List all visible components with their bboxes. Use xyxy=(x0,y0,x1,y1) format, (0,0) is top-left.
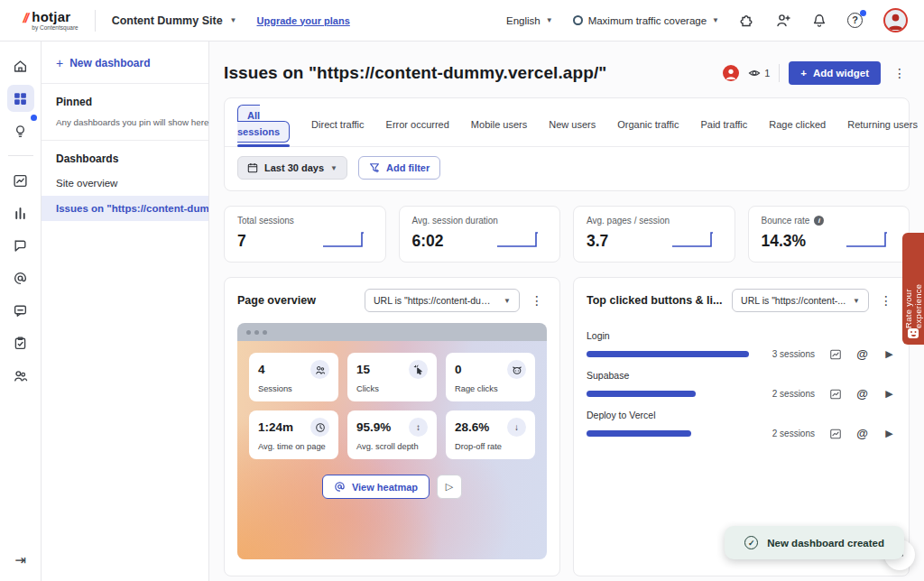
journeys-icon[interactable] xyxy=(7,232,34,259)
sparkline xyxy=(670,229,722,251)
add-filter-button[interactable]: Add filter xyxy=(358,156,440,180)
integrations-puzzle-icon[interactable] xyxy=(739,13,755,29)
plus-icon: + xyxy=(56,56,63,70)
tab-rage-clicked[interactable]: Rage clicked xyxy=(769,114,826,140)
dashboard-menu-kebab[interactable]: ⋮ xyxy=(890,66,910,80)
language-value: English xyxy=(506,15,541,26)
page-title: Issues on "https://content-dummy.vercel.… xyxy=(224,63,606,83)
main-content: Issues on "https://content-dummy.vercel.… xyxy=(209,42,924,581)
metric-bounce-rate[interactable]: Bounce rate i 14.3% xyxy=(748,206,910,263)
feedback-icon[interactable] xyxy=(7,297,34,324)
rate-experience-tab[interactable]: Rate your experience xyxy=(902,233,924,345)
element-label: Deploy to Vercel xyxy=(587,410,896,420)
heatmap-icon[interactable]: @ xyxy=(855,387,869,401)
stat-rage-clicks: 0 Rage clicks xyxy=(446,353,535,401)
tab-error-occurred[interactable]: Error occurred xyxy=(386,114,449,140)
people-icon xyxy=(310,360,329,379)
collapse-sidebar-icon[interactable]: ⇥ xyxy=(14,552,26,568)
top-clicked-url-dropdown[interactable]: URL is "https://content-... ▼ xyxy=(732,289,869,312)
tab-new-users[interactable]: New users xyxy=(549,114,596,140)
metric-label: Avg. session duration xyxy=(412,216,498,226)
surveys-icon[interactable] xyxy=(7,329,34,356)
invite-user-icon[interactable] xyxy=(775,13,791,29)
metric-pages-per-session[interactable]: Avg. pages / session 3.7 xyxy=(573,206,735,263)
tab-mobile-users[interactable]: Mobile users xyxy=(471,114,527,140)
stat-label: Avg. scroll depth xyxy=(356,442,428,451)
widget-menu-kebab[interactable]: ⋮ xyxy=(876,293,896,308)
site-selector-dropdown[interactable]: Content Dummy Site ▼ xyxy=(112,14,237,27)
trends-chart-icon[interactable] xyxy=(7,167,34,194)
heatmaps-icon[interactable] xyxy=(7,264,34,291)
notifications-bell-icon[interactable] xyxy=(811,13,827,29)
stat-label: Sessions xyxy=(258,384,329,393)
metric-total-sessions[interactable]: Total sessions 7 xyxy=(224,206,386,263)
trends-chart-icon[interactable] xyxy=(828,427,842,440)
tab-direct-traffic[interactable]: Direct traffic xyxy=(311,114,364,140)
chevron-down-icon: ▼ xyxy=(546,16,553,24)
window-dot xyxy=(246,330,251,335)
date-range-value: Last 30 days xyxy=(264,162,324,173)
sidebar-item-issues-dashboard[interactable]: Issues on "https://content-dummy... xyxy=(42,196,208,221)
user-avatar[interactable] xyxy=(883,8,908,32)
add-widget-button[interactable]: + Add widget xyxy=(789,61,881,85)
widget-menu-kebab[interactable]: ⋮ xyxy=(527,293,547,308)
trends-chart-icon[interactable] xyxy=(828,387,842,401)
language-dropdown[interactable]: English ▼ xyxy=(506,15,553,26)
upgrade-plans-link[interactable]: Upgrade your plans xyxy=(257,15,350,26)
divider xyxy=(95,10,96,32)
browser-chrome-bar xyxy=(237,323,547,341)
element-label: Login xyxy=(587,330,896,341)
divider xyxy=(8,155,33,156)
rate-experience-label: Rate your experience xyxy=(903,242,923,328)
play-recording-icon[interactable]: ▶ xyxy=(882,347,896,361)
sessions-count: 2 sessions xyxy=(772,429,815,438)
help-icon[interactable]: ? xyxy=(847,13,864,29)
metric-session-duration[interactable]: Avg. session duration 6:02 xyxy=(399,206,561,263)
chevron-down-icon: ▼ xyxy=(230,16,237,24)
sidebar-item-site-overview[interactable]: Site overview xyxy=(42,171,208,196)
traffic-coverage-dropdown[interactable]: Maximum traffic coverage ▼ xyxy=(573,15,719,26)
heatmap-icon[interactable]: @ xyxy=(855,427,869,440)
new-dashboard-button[interactable]: + New dashboard xyxy=(42,42,208,83)
insights-bulb-icon[interactable] xyxy=(7,117,34,144)
segment-tabs: All sessions Direct traffic Error occurr… xyxy=(225,98,909,147)
url-filter-value: URL is "https://content-dum... xyxy=(374,295,496,306)
viewer-count: 1 xyxy=(748,67,770,79)
trends-chart-icon[interactable] xyxy=(828,347,842,361)
date-range-dropdown[interactable]: Last 30 days ▼ xyxy=(237,156,347,180)
interviews-people-icon[interactable] xyxy=(7,362,34,389)
heatmap-icon xyxy=(334,481,346,493)
toast-notification[interactable]: ✓ New dashboard created xyxy=(725,526,904,559)
stat-value: 28.6% xyxy=(455,420,489,434)
metric-label: Total sessions xyxy=(237,216,294,226)
dashboards-icon[interactable] xyxy=(7,85,34,112)
heatmap-icon[interactable]: @ xyxy=(855,347,869,361)
stat-value: 95.9% xyxy=(356,420,391,434)
metric-value: 3.7 xyxy=(587,232,608,251)
metric-label: Avg. pages / session xyxy=(587,216,670,226)
tab-all-sessions[interactable]: All sessions xyxy=(237,105,290,143)
logo-name: hotjar xyxy=(32,10,78,23)
info-icon[interactable]: i xyxy=(814,216,824,226)
funnels-icon[interactable] xyxy=(7,199,34,226)
tab-returning-users[interactable]: Returning users xyxy=(847,114,918,140)
play-recording-icon[interactable]: ▶ xyxy=(882,387,896,401)
dashboard-sidebar: + New dashboard Pinned Any dashboards yo… xyxy=(42,42,209,581)
metric-value: 6:02 xyxy=(412,232,444,251)
sessions-bar xyxy=(587,351,749,357)
tab-paid-traffic[interactable]: Paid traffic xyxy=(700,114,747,140)
play-recording-icon[interactable]: ▶ xyxy=(882,427,896,440)
filter-card: All sessions Direct traffic Error occurr… xyxy=(224,97,910,191)
divider xyxy=(779,64,780,82)
hotjar-logo[interactable]: // hotjar by Contentsquare xyxy=(23,10,79,32)
view-heatmap-button[interactable]: View heatmap xyxy=(322,475,430,499)
scroll-depth-icon: ↕ xyxy=(409,418,428,437)
play-recording-button[interactable]: ▷ xyxy=(437,475,462,499)
metric-cards: Total sessions 7 Avg. session duration 6… xyxy=(224,206,910,263)
home-icon[interactable] xyxy=(7,52,34,79)
notification-dot xyxy=(31,115,37,121)
cursor-click-icon xyxy=(409,360,428,379)
tab-organic-traffic[interactable]: Organic traffic xyxy=(617,114,679,140)
stat-value: 0 xyxy=(455,363,462,376)
page-overview-url-dropdown[interactable]: URL is "https://content-dum... ▼ xyxy=(365,289,520,312)
